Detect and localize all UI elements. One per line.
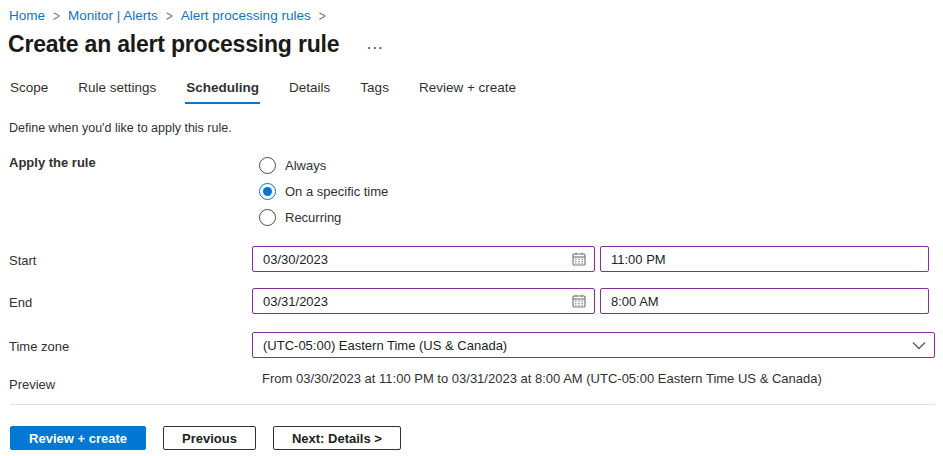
time-zone-label: Time zone bbox=[9, 339, 69, 354]
breadcrumb-home[interactable]: Home bbox=[9, 8, 45, 23]
radio-selected-icon bbox=[259, 183, 276, 200]
start-time-input[interactable]: 11:00 PM bbox=[600, 246, 929, 272]
end-date-input[interactable]: 03/31/2023 bbox=[252, 288, 595, 314]
radio-on-a-specific-time[interactable]: On a specific time bbox=[259, 178, 388, 204]
apply-the-rule-label: Apply the rule bbox=[9, 155, 96, 170]
title-row: Create an alert processing rule ... bbox=[8, 31, 388, 58]
radio-always-label: Always bbox=[285, 158, 326, 173]
radio-icon bbox=[259, 157, 276, 174]
tab-scheduling[interactable]: Scheduling bbox=[185, 78, 260, 104]
calendar-icon[interactable] bbox=[572, 294, 586, 308]
breadcrumb-separator: > bbox=[53, 7, 60, 23]
breadcrumb-monitor-alerts[interactable]: Monitor | Alerts bbox=[68, 8, 158, 23]
end-time-value: 8:00 AM bbox=[611, 294, 920, 309]
tab-rule-settings[interactable]: Rule settings bbox=[77, 78, 157, 104]
radio-recurring[interactable]: Recurring bbox=[259, 204, 388, 230]
preview-value: From 03/30/2023 at 11:00 PM to 03/31/202… bbox=[262, 371, 822, 386]
radio-always[interactable]: Always bbox=[259, 152, 388, 178]
start-date-input[interactable]: 03/30/2023 bbox=[252, 246, 595, 272]
radio-on-a-specific-time-label: On a specific time bbox=[285, 184, 388, 199]
tab-scope[interactable]: Scope bbox=[9, 78, 49, 104]
create-alert-processing-rule-page: Home > Monitor | Alerts > Alert processi… bbox=[0, 0, 943, 456]
end-date-value: 03/31/2023 bbox=[263, 294, 572, 309]
footer-divider bbox=[10, 404, 935, 405]
calendar-icon[interactable] bbox=[572, 252, 586, 266]
start-date-value: 03/30/2023 bbox=[263, 252, 572, 267]
radio-recurring-label: Recurring bbox=[285, 210, 341, 225]
page-title: Create an alert processing rule bbox=[8, 31, 339, 58]
footer-button-bar: Review + create Previous Next: Details > bbox=[10, 426, 401, 450]
start-time-value: 11:00 PM bbox=[611, 252, 920, 267]
tab-review-create[interactable]: Review + create bbox=[418, 78, 517, 104]
scheduling-description: Define when you'd like to apply this rul… bbox=[9, 121, 232, 135]
end-label: End bbox=[9, 295, 32, 310]
more-options-icon[interactable]: ... bbox=[363, 35, 388, 54]
breadcrumb: Home > Monitor | Alerts > Alert processi… bbox=[9, 8, 326, 23]
start-label: Start bbox=[9, 253, 36, 268]
time-zone-value: (UTC-05:00) Eastern Time (US & Canada) bbox=[263, 338, 912, 353]
breadcrumb-separator: > bbox=[166, 7, 173, 23]
tab-details[interactable]: Details bbox=[288, 78, 331, 104]
review-create-button[interactable]: Review + create bbox=[10, 426, 146, 450]
next-details-button[interactable]: Next: Details > bbox=[273, 426, 401, 450]
tab-bar: Scope Rule settings Scheduling Details T… bbox=[9, 78, 517, 104]
chevron-down-icon bbox=[912, 341, 926, 350]
apply-rule-radio-group: Always On a specific time Recurring bbox=[259, 152, 388, 230]
end-time-input[interactable]: 8:00 AM bbox=[600, 288, 929, 314]
breadcrumb-separator: > bbox=[319, 7, 326, 23]
breadcrumb-alert-processing-rules[interactable]: Alert processing rules bbox=[181, 8, 311, 23]
previous-button[interactable]: Previous bbox=[163, 426, 256, 450]
tab-tags[interactable]: Tags bbox=[359, 78, 390, 104]
time-zone-dropdown[interactable]: (UTC-05:00) Eastern Time (US & Canada) bbox=[252, 332, 935, 358]
radio-icon bbox=[259, 209, 276, 226]
preview-label: Preview bbox=[9, 377, 55, 392]
